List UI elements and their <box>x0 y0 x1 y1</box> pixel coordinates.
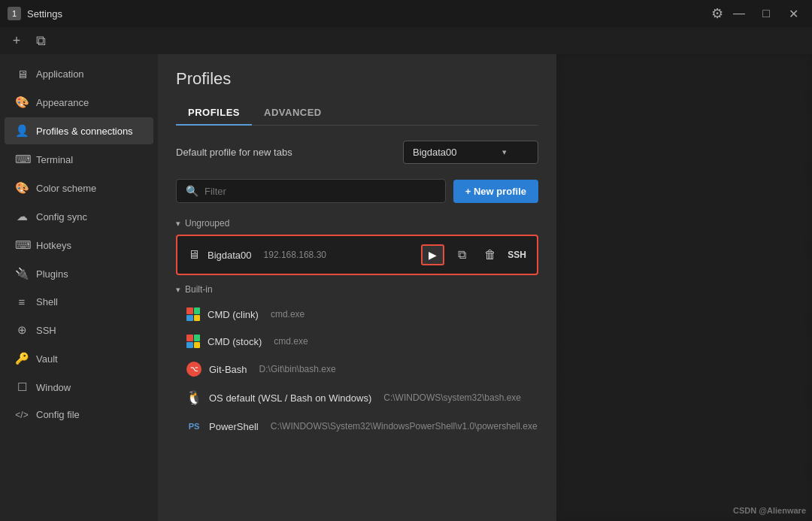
profile-name: CMD (clink) <box>208 309 259 320</box>
profile-icon-monitor: 🖥 <box>188 248 200 262</box>
profile-path: D:\Git\bin\bash.exe <box>259 364 336 374</box>
tab-advanced[interactable]: ADVANCED <box>252 101 334 126</box>
tab-profiles[interactable]: PROFILES <box>176 101 252 126</box>
application-icon: 🖥 <box>15 68 29 80</box>
content-header: Profiles PROFILES ADVANCED <box>158 54 556 126</box>
group-ungrouped-label: Ungrouped <box>185 218 229 229</box>
sidebar-item-label: Plugins <box>36 268 68 280</box>
profile-row-bigdata00[interactable]: 🖥 Bigdata00 192.168.168.30 ▶ ⧉ 🗑 SSH <box>176 235 538 275</box>
profile-row-powershell[interactable]: PS PowerShell C:\WINDOWS\System32\Window… <box>176 412 538 441</box>
shell-icon: ≡ <box>15 295 29 308</box>
gear-icon[interactable]: ⚙ <box>711 5 723 22</box>
sidebar-item-label: SSH <box>36 325 56 336</box>
sidebar-item-shell[interactable]: ≡ Shell <box>5 289 153 315</box>
chevron-down-icon: ▾ <box>176 285 180 295</box>
group-builtin-label: Built-in <box>185 284 213 295</box>
new-profile-button[interactable]: + New profile <box>453 180 538 203</box>
windows-icon <box>186 335 200 348</box>
sidebar-item-label: Color scheme <box>36 183 96 194</box>
profile-row-os-default[interactable]: 🐧 OS default (WSL / Bash on Windows) C:\… <box>176 383 538 412</box>
sidebar-item-vault[interactable]: 🔑 Vault <box>5 345 153 372</box>
sidebar-item-label: Shell <box>36 296 58 307</box>
sidebar-item-label: Terminal <box>36 154 73 165</box>
color-scheme-icon: 🎨 <box>15 181 29 195</box>
titlebar-title: Settings <box>27 8 62 20</box>
sidebar-item-label: Application <box>36 68 84 80</box>
sidebar-item-label: Vault <box>36 353 58 365</box>
profile-name: Git-Bash <box>209 364 247 375</box>
ssh-label: SSH <box>508 250 526 260</box>
right-panel <box>556 54 812 521</box>
profile-path: 192.168.168.30 <box>264 250 326 260</box>
profile-row-git-bash[interactable]: ⌥ Git-Bash D:\Git\bin\bash.exe <box>176 355 538 383</box>
tab-bar: + ⧉ <box>0 27 812 54</box>
group-ungrouped-header[interactable]: ▾ Ungrouped <box>176 215 538 232</box>
chevron-down-icon: ▾ <box>502 147 507 157</box>
delete-button[interactable]: 🗑 <box>479 244 501 266</box>
sidebar-item-label: Config sync <box>36 211 87 223</box>
dropdown-value: Bigdata00 <box>413 147 457 158</box>
sidebar: 🖥 Application 🎨 Appearance 👤 Profiles & … <box>0 54 158 521</box>
sidebar-item-label: Appearance <box>36 97 89 108</box>
profiles-icon: 👤 <box>15 124 29 138</box>
play-button[interactable]: ▶ <box>421 244 444 265</box>
ssh-icon: ⊕ <box>15 323 29 337</box>
sidebar-item-appearance[interactable]: 🎨 Appearance <box>5 89 153 116</box>
config-sync-icon: ☁ <box>15 210 29 223</box>
page-title: Profiles <box>176 69 538 89</box>
vault-icon: 🔑 <box>15 352 29 365</box>
titlebar-number: 1 <box>8 7 21 20</box>
sidebar-item-label: Profiles & connections <box>36 126 133 137</box>
profile-path: cmd.exe <box>274 336 308 347</box>
tabs-nav: PROFILES ADVANCED <box>176 101 538 126</box>
default-profile-label: Default profile for new tabs <box>176 147 292 158</box>
right-panel-blur <box>556 54 812 521</box>
titlebar: 1 Settings ⚙ — □ ✕ <box>0 0 812 27</box>
git-icon: ⌥ <box>186 362 201 377</box>
tux-icon: 🐧 <box>186 390 201 405</box>
sidebar-item-window[interactable]: ☐ Window <box>5 374 153 401</box>
chevron-down-icon: ▾ <box>176 219 180 229</box>
search-row: 🔍 + New profile <box>176 179 538 203</box>
profile-actions: ▶ ⧉ 🗑 SSH <box>421 244 526 266</box>
appearance-icon: 🎨 <box>15 95 29 109</box>
windows-icon <box>186 307 200 321</box>
sidebar-item-terminal[interactable]: ⌨ Terminal <box>5 146 153 173</box>
content-wrapper: Profiles PROFILES ADVANCED Default profi… <box>158 54 812 521</box>
layout-button[interactable]: ⧉ <box>30 30 51 51</box>
sidebar-item-color-scheme[interactable]: 🎨 Color scheme <box>5 174 153 201</box>
sidebar-item-hotkeys[interactable]: ⌨ Hotkeys <box>5 232 153 259</box>
sidebar-item-label: Config file <box>36 409 80 420</box>
main-area: 🖥 Application 🎨 Appearance 👤 Profiles & … <box>0 54 812 521</box>
profile-path: cmd.exe <box>271 309 304 320</box>
profile-name: CMD (stock) <box>208 336 262 347</box>
sidebar-item-config-sync[interactable]: ☁ Config sync <box>5 203 153 230</box>
close-button[interactable]: ✕ <box>782 5 804 23</box>
sidebar-item-plugins[interactable]: 🔌 Plugins <box>5 260 153 287</box>
sidebar-item-profiles[interactable]: 👤 Profiles & connections <box>5 117 153 144</box>
config-file-icon: </> <box>15 410 29 420</box>
sidebar-item-label: Window <box>36 382 71 393</box>
maximize-button[interactable]: □ <box>755 5 777 23</box>
minimize-button[interactable]: — <box>728 5 750 23</box>
sidebar-item-application[interactable]: 🖥 Application <box>5 61 153 87</box>
terminal-icon: ⌨ <box>15 153 29 166</box>
search-icon: 🔍 <box>186 185 198 197</box>
search-box: 🔍 <box>176 179 446 203</box>
group-builtin-header[interactable]: ▾ Built-in <box>176 281 538 298</box>
sidebar-item-ssh[interactable]: ⊕ SSH <box>5 317 153 344</box>
hotkeys-icon: ⌨ <box>15 238 29 252</box>
profile-row-cmd-stock[interactable]: CMD (stock) cmd.exe <box>176 328 538 355</box>
profile-name: Bigdata00 <box>208 250 252 261</box>
profile-path: C:\WINDOWS\system32\bash.exe <box>383 392 521 403</box>
search-input[interactable] <box>205 186 436 197</box>
titlebar-controls: ⚙ — □ ✕ <box>711 5 804 23</box>
copy-button[interactable]: ⧉ <box>450 244 473 266</box>
default-profile-row: Default profile for new tabs Bigdata00 ▾ <box>176 141 538 164</box>
profile-dropdown[interactable]: Bigdata00 ▾ <box>403 141 538 164</box>
profile-row-cmd-clink[interactable]: CMD (clink) cmd.exe <box>176 301 538 328</box>
content-area: Profiles PROFILES ADVANCED Default profi… <box>158 54 556 521</box>
profile-path: C:\WINDOWS\System32\WindowsPowerShell\v1… <box>271 421 538 432</box>
add-tab-button[interactable]: + <box>6 30 27 51</box>
sidebar-item-config-file[interactable]: </> Config file <box>5 402 153 427</box>
